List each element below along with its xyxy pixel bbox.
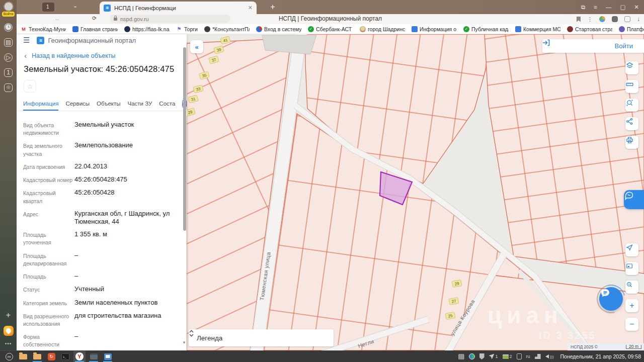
bookmark-item[interactable]: https://fias-lk.nal: [124, 26, 170, 32]
video-icon[interactable]: ▷: [4, 53, 13, 62]
tray-shield-icon[interactable]: [479, 353, 485, 359]
print-button[interactable]: [625, 136, 638, 149]
screenshot-icon[interactable]: ⌾: [4, 83, 13, 92]
window-minimize-button[interactable]: —: [606, 4, 612, 10]
yandex-browser-icon[interactable]: [4, 326, 14, 336]
overview-map-icon: [625, 262, 633, 270]
extension-icon[interactable]: [599, 16, 605, 22]
tab-information[interactable]: Информация: [23, 101, 58, 111]
map-search-button[interactable]: [625, 281, 638, 294]
scrollbar-down-arrow[interactable]: ▼: [182, 340, 186, 345]
bookmark-item[interactable]: ✓Публичная кадас: [463, 26, 509, 32]
sidebar-more-icon[interactable]: •••: [5, 341, 12, 346]
field-row: Площадь декларированная–: [17, 251, 187, 267]
bookmark-item[interactable]: ⚑Торги: [176, 26, 198, 32]
bookmark-item[interactable]: Вход в систему ::: [256, 26, 301, 32]
bookmark-item[interactable]: Главная страниц: [72, 26, 118, 32]
tab-panel-icon[interactable]: ⧉: [581, 4, 585, 11]
tab-parts[interactable]: Части ЗУ: [128, 101, 152, 111]
legend-dropdown[interactable]: Легенда: [189, 329, 334, 346]
parcel-title: Земельный участок: 45:26:050428:475: [24, 64, 179, 74]
tray-volume-icon[interactable]: ))): [545, 354, 554, 359]
window-app-button[interactable]: [88, 351, 100, 362]
taskbar-clock[interactable]: Понедельник, 21 апр 2025, 09:58: [560, 353, 641, 359]
assistant-button[interactable]: [624, 190, 644, 209]
field-row: Дата присвоения22.04.2013: [17, 162, 187, 171]
tray-network-icon[interactable]: [535, 354, 541, 359]
bookmark-favicon: М: [21, 26, 27, 32]
files-window-button[interactable]: [31, 351, 43, 362]
tab-composition[interactable]: Соста: [159, 101, 175, 111]
field-row: Площадь уточненная1 355 кв. м: [17, 230, 187, 246]
field-row: Категория земельЗемли населенных пунктов: [17, 299, 187, 307]
terminal-button[interactable]: 1_: [59, 351, 71, 362]
field-row: Форма собственности–: [17, 332, 187, 348]
map-canvas[interactable]: 41 39 37 35 33 31 29 29 27 25 Тюменская …: [187, 34, 644, 350]
map-viewport[interactable]: 41 39 37 35 33 31 29 29 27 25 Тюменская …: [187, 34, 644, 350]
spatial-search-button[interactable]: [625, 99, 638, 112]
bookmark-item[interactable]: Коммерция МО.х: [515, 26, 560, 32]
addressbar-menu-icon[interactable]: ⋮: [587, 16, 593, 23]
sidebar-login-badge[interactable]: Войти: [2, 12, 15, 17]
zoom-in-button[interactable]: +: [625, 299, 638, 312]
profile-avatar-icon[interactable]: [5, 3, 13, 11]
profile-chip[interactable]: 1: [42, 2, 55, 12]
tray-printer-icon[interactable]: 2: [503, 354, 512, 359]
files-app-button[interactable]: [17, 351, 29, 362]
measure-button[interactable]: [625, 80, 638, 93]
browser-tab[interactable]: ≣ НСПД | Геоинформаци ✕: [100, 2, 257, 14]
bookmark-item[interactable]: МТехноКад-Муниц: [21, 26, 66, 32]
tab-objects[interactable]: Объекты: [97, 101, 120, 111]
favorite-star-button[interactable]: ☆: [24, 80, 36, 93]
bookmark-icon[interactable]: [577, 17, 581, 22]
back-to-results-link[interactable]: ‹ Назад в найденные объекты: [24, 52, 187, 59]
layers-button[interactable]: [625, 61, 638, 74]
tab-favicon: ≣: [104, 5, 111, 12]
browser-sidebar: Войти 🕒 ▤ ▷ 1 ⌾ + •••: [0, 0, 17, 350]
tab-counter-icon[interactable]: 1: [4, 68, 13, 77]
yandex-browser-taskbar-button[interactable]: Y: [73, 351, 86, 362]
window-maximize-button[interactable]: ▢: [620, 4, 625, 11]
scrollbar-thumb[interactable]: [183, 47, 186, 231]
overview-map-button[interactable]: [625, 262, 638, 275]
bookmark-item[interactable]: Информация о р: [412, 26, 457, 32]
share-button[interactable]: [625, 117, 638, 130]
collections-icon[interactable]: ▤: [4, 38, 13, 47]
mail-app-button[interactable]: [102, 351, 114, 362]
extension-icon[interactable]: [612, 16, 618, 22]
bookmark-item[interactable]: Стартовая стран: [567, 26, 612, 32]
tab-close-icon[interactable]: ✕: [248, 5, 253, 11]
legend-label: Легенда: [197, 334, 222, 342]
tray-app-icon[interactable]: [458, 354, 464, 359]
keyboard-layout-indicator[interactable]: ru: [526, 354, 530, 359]
login-icon: [542, 39, 550, 46]
ruler-icon: [625, 80, 634, 88]
new-tab-button[interactable]: +: [267, 2, 278, 13]
browser-menu-icon[interactable]: ≡: [594, 4, 597, 10]
tab-services[interactable]: Сервисы: [65, 101, 90, 111]
extension-icon[interactable]: [624, 16, 630, 22]
bookmark-favicon: [256, 26, 262, 32]
start-menu-button[interactable]: m: [3, 351, 15, 362]
menu-icon[interactable]: ☰: [23, 36, 30, 45]
window-close-button[interactable]: ✕: [634, 4, 639, 11]
chevron-down-icon[interactable]: ⌄: [73, 3, 77, 9]
panel-scrollbar[interactable]: ▼: [183, 46, 186, 346]
map-login-bar[interactable]: Войти: [542, 39, 644, 53]
tray-notifications-icon[interactable]: 1: [489, 354, 498, 359]
geolocation-button[interactable]: [625, 243, 638, 256]
tray-battery-icon[interactable]: [517, 353, 522, 359]
panel-collapse-button[interactable]: «: [190, 40, 203, 53]
downloads-icon[interactable]: ↓: [637, 16, 640, 23]
bookmark-item[interactable]: город Шадринск: [360, 26, 405, 32]
bookmark-item[interactable]: ✓Сбербанк-АСТ - З: [308, 26, 353, 32]
zoom-out-button[interactable]: −: [625, 318, 638, 331]
bookmark-item[interactable]: *КонсультантПлю: [204, 26, 250, 32]
history-icon[interactable]: 🕒: [4, 23, 13, 32]
tray-sync-icon[interactable]: [469, 353, 475, 359]
field-row: Вид разрешенного использованиядля строит…: [17, 312, 187, 328]
sidebar-add-icon[interactable]: +: [6, 311, 11, 320]
redshift-app-button[interactable]: ↻: [45, 351, 57, 362]
chat-button[interactable]: [599, 287, 623, 311]
bookmark-item[interactable]: Платформа госуд: [619, 26, 644, 32]
